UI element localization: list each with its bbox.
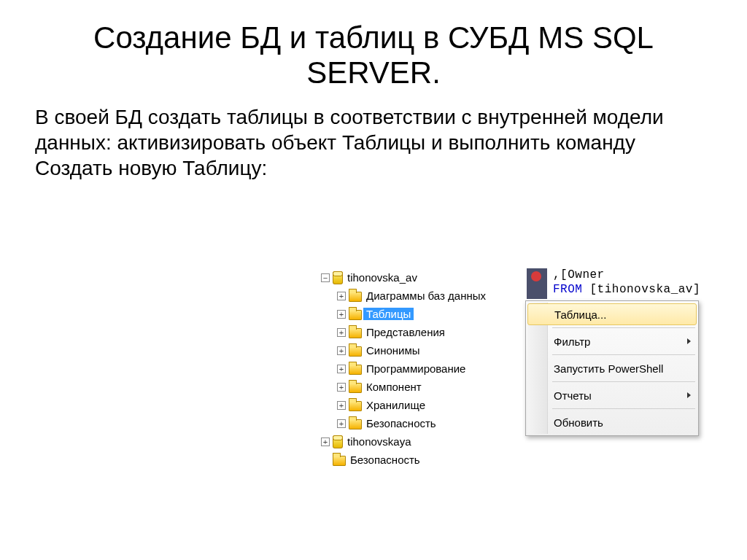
folder-icon	[349, 346, 362, 357]
tree-label: Хранилище	[363, 399, 425, 411]
menu-item-label: Обновить	[554, 416, 603, 429]
expand-icon[interactable]: +	[337, 419, 346, 428]
menu-item-label: Отчеты	[554, 389, 592, 402]
expand-icon[interactable]: +	[337, 346, 346, 355]
menu-item-label: Фильтр	[554, 335, 590, 348]
code-keyword: FROM	[553, 283, 582, 296]
editor-gutter	[527, 268, 547, 299]
tree-label: tihonovska_av	[344, 271, 417, 284]
database-icon	[333, 271, 343, 284]
submenu-arrow-icon	[687, 392, 691, 398]
submenu-arrow-icon	[687, 338, 691, 344]
menu-item-refresh[interactable]: Обновить	[527, 411, 697, 433]
slide-body-text: В своей БД создать таблицы в соответстви…	[35, 104, 712, 181]
tree-node-tables-selected[interactable]: + Таблицы	[321, 305, 518, 323]
tree-node-folder[interactable]: + Безопасность	[321, 414, 518, 432]
collapse-icon[interactable]: −	[321, 273, 330, 282]
folder-icon	[349, 383, 362, 393]
expand-icon[interactable]: +	[337, 401, 346, 410]
breakpoint-icon	[531, 271, 541, 281]
tree-label: Представления	[363, 326, 445, 338]
tree-node-folder[interactable]: Безопасность	[321, 451, 518, 469]
slide-title: Создание БД и таблиц в СУБД MS SQL SERVE…	[35, 20, 712, 91]
expand-icon[interactable]: +	[337, 310, 346, 319]
code-text: [tihonovska_av]	[582, 283, 699, 296]
tree-label: tihonovskaya	[344, 435, 411, 448]
expand-icon[interactable]: +	[337, 365, 346, 373]
menu-item-label: Таблица...	[554, 308, 606, 321]
menu-separator	[552, 381, 695, 382]
expand-icon[interactable]: +	[337, 292, 346, 300]
folder-icon	[349, 419, 362, 429]
expand-icon[interactable]: +	[337, 328, 346, 337]
menu-separator	[552, 408, 695, 409]
menu-item-filter[interactable]: Фильтр	[527, 330, 697, 352]
tree-node-folder[interactable]: + Компонент	[321, 378, 518, 396]
menu-item-new-table[interactable]: Таблица...	[527, 303, 697, 325]
expand-icon[interactable]: +	[321, 438, 330, 446]
tree-label: Таблицы	[363, 308, 414, 320]
expand-icon[interactable]: +	[337, 383, 346, 392]
tree-node-folder[interactable]: + Синонимы	[321, 341, 518, 359]
folder-icon	[349, 292, 362, 302]
tree-label: Синонимы	[363, 344, 420, 357]
folder-icon	[333, 456, 346, 466]
tree-node-folder[interactable]: + Хранилище	[321, 396, 518, 414]
tree-label: Безопасность	[347, 454, 420, 466]
tree-label: Компонент	[363, 381, 422, 393]
folder-icon	[349, 328, 362, 338]
context-menu: Таблица... Фильтр Запустить PowerShell О…	[525, 300, 699, 436]
menu-item-label: Запустить PowerShell	[554, 362, 663, 375]
tree-node-database[interactable]: + tihonovskaya	[321, 432, 518, 451]
tree-label: Безопасность	[363, 417, 436, 429]
menu-item-powershell[interactable]: Запустить PowerShell	[527, 357, 697, 379]
folder-icon	[349, 401, 362, 411]
tree-node-folder[interactable]: + Программирование	[321, 359, 518, 378]
folder-icon	[349, 365, 362, 375]
tree-node-folder[interactable]: + Представления	[321, 323, 518, 341]
database-icon	[333, 435, 343, 448]
code-text: ,[Owner	[553, 268, 605, 281]
menu-separator	[552, 327, 695, 328]
folder-icon	[349, 310, 362, 320]
tree-node-folder[interactable]: + Диаграммы баз данных	[321, 287, 518, 305]
sql-editor-fragment: ,[Owner FROM [tihonovska_av]	[527, 268, 699, 299]
tree-label: Программирование	[363, 362, 465, 375]
menu-item-reports[interactable]: Отчеты	[527, 384, 697, 406]
tree-node-database[interactable]: − tihonovska_av	[321, 268, 518, 287]
ssms-screenshot: ,[Owner FROM [tihonovska_av] − tihonovsk…	[321, 268, 700, 510]
menu-separator	[552, 354, 695, 355]
object-explorer-tree[interactable]: − tihonovska_av + Диаграммы баз данных +…	[321, 268, 518, 469]
tree-label: Диаграммы баз данных	[363, 289, 486, 302]
